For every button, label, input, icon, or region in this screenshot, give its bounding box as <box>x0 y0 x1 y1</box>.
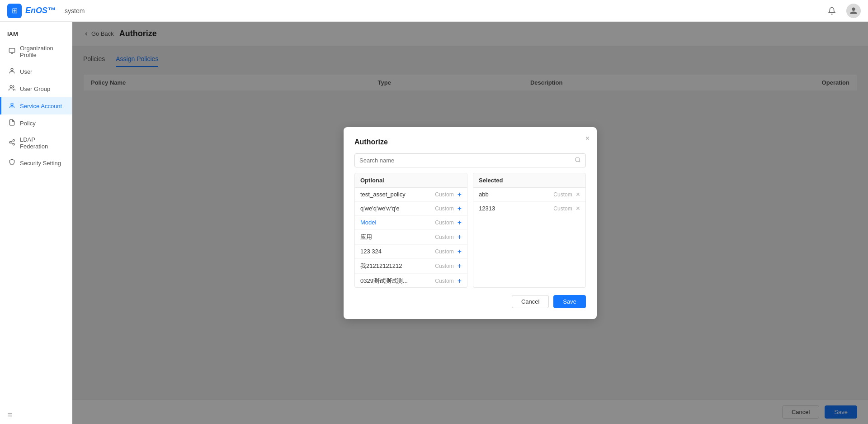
user-icon <box>9 67 15 76</box>
list-item: test_asset_policy Custom + <box>355 188 467 202</box>
service-account-label: Service Account <box>20 103 62 110</box>
selected-item-type: Custom <box>553 191 572 198</box>
search-input[interactable] <box>359 157 575 164</box>
sidebar: IAM Organization Profile User User Group… <box>0 22 72 424</box>
optional-item-type: Custom <box>435 191 453 198</box>
list-item: 应用 Custom + <box>355 230 467 245</box>
notification-bell-icon[interactable] <box>825 4 839 18</box>
user-group-label: User Group <box>20 86 50 92</box>
search-icon <box>575 157 581 164</box>
optional-item-type: Custom <box>435 278 453 284</box>
selected-panel: Selected abb Custom × 12313 Custom × <box>473 173 586 288</box>
list-item: 我21212121212 Custom + <box>355 259 467 274</box>
security-setting-label: Security Setting <box>20 160 61 167</box>
modal-save-button[interactable]: Save <box>553 295 586 308</box>
svg-point-8 <box>13 143 14 145</box>
svg-point-3 <box>11 68 13 71</box>
security-setting-icon <box>9 159 15 167</box>
topbar-right <box>825 4 861 18</box>
sidebar-section-title: IAM <box>0 25 72 40</box>
svg-line-12 <box>579 161 580 162</box>
organization-profile-icon <box>9 48 15 56</box>
organization-profile-label: Organization Profile <box>20 45 65 58</box>
logo-text: EnOS™ <box>25 6 56 15</box>
selected-item-remove-button[interactable]: × <box>576 205 580 212</box>
app-icon: ⊞ <box>7 4 22 18</box>
optional-item-add-button[interactable]: + <box>458 191 462 198</box>
selected-item-name: 12313 <box>479 205 553 212</box>
svg-point-11 <box>576 157 580 161</box>
optional-item-add-button[interactable]: + <box>458 219 462 226</box>
ldap-federation-label: LDAP Federation <box>20 136 65 150</box>
selected-item-type: Custom <box>553 205 572 212</box>
body-layout: IAM Organization Profile User User Group… <box>0 22 868 424</box>
optional-item-type: Custom <box>435 248 453 255</box>
main-content: Go Back Authorize Policies Assign Polici… <box>72 22 868 424</box>
optional-panel-header: Optional <box>355 173 467 188</box>
optional-item-type: Custom <box>435 205 453 212</box>
optional-item-add-button[interactable]: + <box>458 233 462 241</box>
modal-footer: Cancel Save <box>354 295 586 308</box>
optional-panel-body: test_asset_policy Custom + q'we'q'we'w'q… <box>355 188 467 287</box>
list-item: q'we'q'we'w'q'e Custom + <box>355 202 467 216</box>
selected-item-remove-button[interactable]: × <box>576 191 580 198</box>
optional-item-name: 我21212121212 <box>360 262 435 270</box>
optional-item-type: Custom <box>435 234 453 240</box>
sidebar-item-user-group[interactable]: User Group <box>0 80 72 97</box>
user-group-icon <box>9 85 15 93</box>
sidebar-item-policy[interactable]: Policy <box>0 114 72 132</box>
svg-point-5 <box>11 103 13 105</box>
optional-item-name: 应用 <box>360 233 435 241</box>
svg-point-7 <box>9 142 11 143</box>
selected-panel-header: Selected <box>473 173 585 188</box>
optional-item-name: 0329测试测试测... <box>360 277 435 285</box>
svg-point-4 <box>10 86 12 88</box>
optional-item-type: Custom <box>435 219 453 226</box>
sidebar-item-organization-profile[interactable]: Organization Profile <box>0 40 72 63</box>
panels: Optional test_asset_policy Custom + q'we… <box>354 173 586 288</box>
search-box <box>354 153 586 167</box>
list-item: Model Custom + <box>355 216 467 230</box>
optional-item-add-button[interactable]: + <box>458 205 462 212</box>
authorize-modal: Authorize × Optional test_asset_policy <box>344 127 597 319</box>
svg-rect-0 <box>9 48 15 52</box>
policy-icon <box>9 119 15 127</box>
modal-cancel-button[interactable]: Cancel <box>512 295 549 308</box>
svg-line-9 <box>11 143 13 143</box>
app-title: system <box>65 7 85 14</box>
sidebar-item-ldap-federation[interactable]: LDAP Federation <box>0 132 72 154</box>
optional-item-type: Custom <box>435 263 453 269</box>
list-item: 123 324 Custom + <box>355 245 467 259</box>
sidebar-item-service-account[interactable]: Service Account <box>0 97 72 114</box>
sidebar-item-user[interactable]: User <box>0 63 72 80</box>
list-item: abb Custom × <box>473 188 585 202</box>
service-account-icon <box>9 102 15 110</box>
optional-panel: Optional test_asset_policy Custom + q'we… <box>354 173 467 288</box>
modal-overlay: Authorize × Optional test_asset_policy <box>72 22 868 424</box>
sidebar-item-security-setting[interactable]: Security Setting <box>0 154 72 172</box>
modal-close-button[interactable]: × <box>585 134 590 143</box>
optional-item-add-button[interactable]: + <box>458 262 462 270</box>
logo: ⊞ EnOS™ system <box>7 4 85 18</box>
optional-item-name: test_asset_policy <box>360 191 435 198</box>
optional-item-add-button[interactable]: + <box>458 248 462 255</box>
ldap-federation-icon <box>9 139 15 147</box>
svg-point-6 <box>13 139 14 141</box>
policy-label: Policy <box>20 120 36 127</box>
list-item: 12313 Custom × <box>473 202 585 215</box>
svg-line-10 <box>11 141 13 142</box>
modal-title: Authorize <box>354 138 586 146</box>
list-item: 0329测试测试测... Custom + <box>355 274 467 287</box>
selected-panel-body: abb Custom × 12313 Custom × <box>473 188 585 287</box>
collapse-icon: ☰ <box>7 412 13 419</box>
selected-item-name: abb <box>479 191 553 198</box>
optional-item-name: Model <box>360 219 435 226</box>
optional-item-name: 123 324 <box>360 248 435 255</box>
user-avatar[interactable] <box>846 4 861 18</box>
sidebar-collapse-button[interactable]: ☰ <box>0 406 72 424</box>
optional-item-add-button[interactable]: + <box>458 277 462 285</box>
topbar: ⊞ EnOS™ system <box>0 0 868 22</box>
optional-item-name: q'we'q'we'w'q'e <box>360 205 435 212</box>
user-label: User <box>20 68 32 75</box>
